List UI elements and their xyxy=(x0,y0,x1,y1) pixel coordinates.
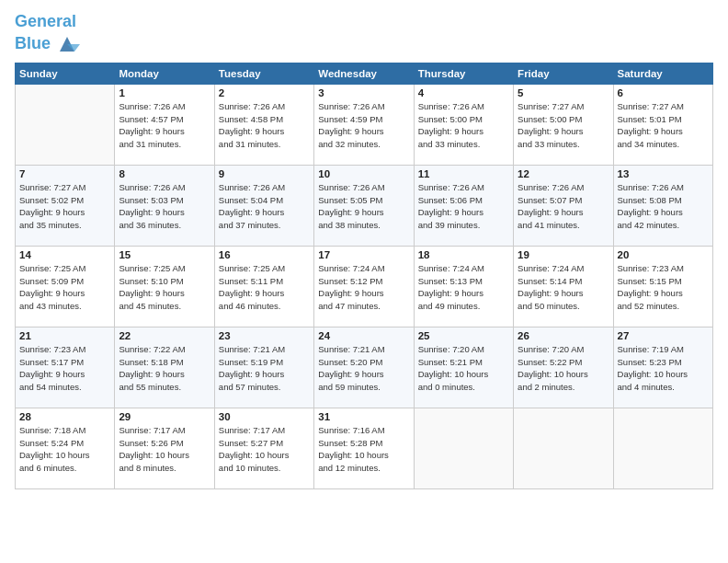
day-number: 3 xyxy=(318,87,409,98)
day-number: 18 xyxy=(418,249,509,260)
day-number: 8 xyxy=(119,168,210,179)
day-info: Sunrise: 7:27 AMSunset: 5:00 PMDaylight:… xyxy=(518,100,609,151)
day-cell: 10Sunrise: 7:26 AMSunset: 5:05 PMDayligh… xyxy=(314,165,414,246)
column-header-saturday: Saturday xyxy=(613,63,712,84)
day-cell: 23Sunrise: 7:21 AMSunset: 5:19 PMDayligh… xyxy=(214,327,313,408)
day-info: Sunrise: 7:22 AMSunset: 5:18 PMDaylight:… xyxy=(119,343,210,394)
day-info: Sunrise: 7:24 AMSunset: 5:14 PMDaylight:… xyxy=(518,262,609,313)
day-cell: 13Sunrise: 7:26 AMSunset: 5:08 PMDayligh… xyxy=(613,165,712,246)
day-info: Sunrise: 7:27 AMSunset: 5:01 PMDaylight:… xyxy=(618,100,709,151)
day-cell: 12Sunrise: 7:26 AMSunset: 5:07 PMDayligh… xyxy=(514,165,613,246)
page-container: General Blue SundayMondayTuesdayWednesda… xyxy=(0,0,728,499)
day-info: Sunrise: 7:26 AMSunset: 5:03 PMDaylight:… xyxy=(119,181,210,232)
day-cell: 6Sunrise: 7:27 AMSunset: 5:01 PMDaylight… xyxy=(613,84,712,165)
day-number: 21 xyxy=(19,330,110,341)
day-cell: 21Sunrise: 7:23 AMSunset: 5:17 PMDayligh… xyxy=(16,327,115,408)
logo-blue: Blue xyxy=(15,35,51,53)
day-cell: 30Sunrise: 7:17 AMSunset: 5:27 PMDayligh… xyxy=(214,408,313,488)
day-cell: 31Sunrise: 7:16 AMSunset: 5:28 PMDayligh… xyxy=(314,408,414,488)
day-cell xyxy=(16,84,115,165)
day-number: 16 xyxy=(219,249,310,260)
day-number: 15 xyxy=(119,249,210,260)
day-number: 19 xyxy=(518,249,609,260)
day-number: 26 xyxy=(518,330,609,341)
day-info: Sunrise: 7:16 AMSunset: 5:28 PMDaylight:… xyxy=(318,424,409,475)
column-header-wednesday: Wednesday xyxy=(314,63,414,84)
day-info: Sunrise: 7:17 AMSunset: 5:26 PMDaylight:… xyxy=(119,424,210,475)
day-cell: 11Sunrise: 7:26 AMSunset: 5:06 PMDayligh… xyxy=(414,165,513,246)
day-cell: 15Sunrise: 7:25 AMSunset: 5:10 PMDayligh… xyxy=(115,246,214,327)
day-cell: 25Sunrise: 7:20 AMSunset: 5:21 PMDayligh… xyxy=(414,327,513,408)
day-info: Sunrise: 7:19 AMSunset: 5:23 PMDaylight:… xyxy=(618,343,709,394)
day-cell xyxy=(613,408,712,488)
day-info: Sunrise: 7:25 AMSunset: 5:10 PMDaylight:… xyxy=(119,262,210,313)
week-row-5: 28Sunrise: 7:18 AMSunset: 5:24 PMDayligh… xyxy=(16,408,713,488)
week-row-2: 7Sunrise: 7:27 AMSunset: 5:02 PMDaylight… xyxy=(16,165,713,246)
day-cell: 7Sunrise: 7:27 AMSunset: 5:02 PMDaylight… xyxy=(16,165,115,246)
calendar-table: SundayMondayTuesdayWednesdayThursdayFrid… xyxy=(15,63,713,489)
day-number: 11 xyxy=(418,168,509,179)
day-number: 24 xyxy=(318,330,409,341)
day-number: 1 xyxy=(119,87,210,98)
day-number: 28 xyxy=(19,411,110,422)
day-number: 20 xyxy=(618,249,709,260)
day-cell: 20Sunrise: 7:23 AMSunset: 5:15 PMDayligh… xyxy=(613,246,712,327)
day-cell: 2Sunrise: 7:26 AMSunset: 4:58 PMDaylight… xyxy=(214,84,313,165)
logo: General Blue xyxy=(15,13,80,57)
day-info: Sunrise: 7:26 AMSunset: 4:59 PMDaylight:… xyxy=(318,100,409,151)
day-number: 30 xyxy=(219,411,310,422)
day-number: 29 xyxy=(119,411,210,422)
week-row-1: 1Sunrise: 7:26 AMSunset: 4:57 PMDaylight… xyxy=(16,84,713,165)
week-row-3: 14Sunrise: 7:25 AMSunset: 5:09 PMDayligh… xyxy=(16,246,713,327)
day-info: Sunrise: 7:27 AMSunset: 5:02 PMDaylight:… xyxy=(19,181,110,232)
day-cell: 16Sunrise: 7:25 AMSunset: 5:11 PMDayligh… xyxy=(214,246,313,327)
day-info: Sunrise: 7:26 AMSunset: 5:06 PMDaylight:… xyxy=(418,181,509,232)
day-info: Sunrise: 7:25 AMSunset: 5:11 PMDaylight:… xyxy=(219,262,310,313)
day-info: Sunrise: 7:23 AMSunset: 5:17 PMDaylight:… xyxy=(19,343,110,394)
day-number: 31 xyxy=(318,411,409,422)
day-cell: 4Sunrise: 7:26 AMSunset: 5:00 PMDaylight… xyxy=(414,84,513,165)
day-number: 27 xyxy=(618,330,709,341)
day-cell: 8Sunrise: 7:26 AMSunset: 5:03 PMDaylight… xyxy=(115,165,214,246)
day-cell: 9Sunrise: 7:26 AMSunset: 5:04 PMDaylight… xyxy=(214,165,313,246)
day-cell: 28Sunrise: 7:18 AMSunset: 5:24 PMDayligh… xyxy=(16,408,115,488)
day-info: Sunrise: 7:25 AMSunset: 5:09 PMDaylight:… xyxy=(19,262,110,313)
day-cell: 19Sunrise: 7:24 AMSunset: 5:14 PMDayligh… xyxy=(514,246,613,327)
day-info: Sunrise: 7:26 AMSunset: 5:04 PMDaylight:… xyxy=(219,181,310,232)
day-info: Sunrise: 7:24 AMSunset: 5:12 PMDaylight:… xyxy=(318,262,409,313)
day-cell: 22Sunrise: 7:22 AMSunset: 5:18 PMDayligh… xyxy=(115,327,214,408)
day-number: 6 xyxy=(618,87,709,98)
day-cell: 24Sunrise: 7:21 AMSunset: 5:20 PMDayligh… xyxy=(314,327,414,408)
day-number: 10 xyxy=(318,168,409,179)
day-cell xyxy=(514,408,613,488)
day-cell: 27Sunrise: 7:19 AMSunset: 5:23 PMDayligh… xyxy=(613,327,712,408)
logo-icon xyxy=(54,31,80,57)
day-cell xyxy=(414,408,513,488)
day-number: 7 xyxy=(19,168,110,179)
header: General Blue xyxy=(15,9,713,57)
day-number: 17 xyxy=(318,249,409,260)
logo-text: General xyxy=(15,13,80,31)
calendar-body: 1Sunrise: 7:26 AMSunset: 4:57 PMDaylight… xyxy=(16,84,713,488)
day-info: Sunrise: 7:17 AMSunset: 5:27 PMDaylight:… xyxy=(219,424,310,475)
day-cell: 1Sunrise: 7:26 AMSunset: 4:57 PMDaylight… xyxy=(115,84,214,165)
day-info: Sunrise: 7:26 AMSunset: 5:07 PMDaylight:… xyxy=(518,181,609,232)
day-info: Sunrise: 7:18 AMSunset: 5:24 PMDaylight:… xyxy=(19,424,110,475)
day-info: Sunrise: 7:24 AMSunset: 5:13 PMDaylight:… xyxy=(418,262,509,313)
day-cell: 26Sunrise: 7:20 AMSunset: 5:22 PMDayligh… xyxy=(514,327,613,408)
column-header-tuesday: Tuesday xyxy=(214,63,313,84)
day-number: 9 xyxy=(219,168,310,179)
column-header-friday: Friday xyxy=(514,63,613,84)
day-number: 2 xyxy=(219,87,310,98)
day-info: Sunrise: 7:21 AMSunset: 5:19 PMDaylight:… xyxy=(219,343,310,394)
day-number: 25 xyxy=(418,330,509,341)
day-cell: 14Sunrise: 7:25 AMSunset: 5:09 PMDayligh… xyxy=(16,246,115,327)
day-info: Sunrise: 7:26 AMSunset: 5:05 PMDaylight:… xyxy=(318,181,409,232)
day-cell: 18Sunrise: 7:24 AMSunset: 5:13 PMDayligh… xyxy=(414,246,513,327)
day-info: Sunrise: 7:26 AMSunset: 5:08 PMDaylight:… xyxy=(618,181,709,232)
day-number: 23 xyxy=(219,330,310,341)
day-number: 14 xyxy=(19,249,110,260)
day-info: Sunrise: 7:21 AMSunset: 5:20 PMDaylight:… xyxy=(318,343,409,394)
day-number: 5 xyxy=(518,87,609,98)
day-number: 13 xyxy=(618,168,709,179)
